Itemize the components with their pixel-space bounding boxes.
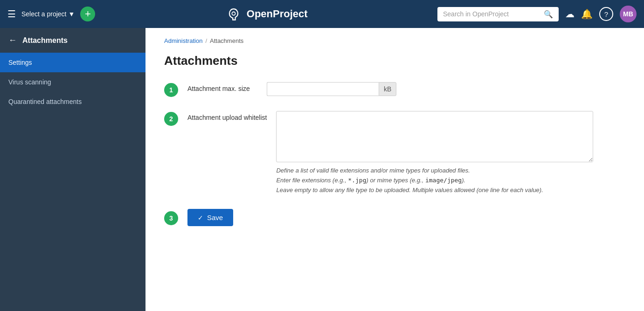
breadcrumb-parent[interactable]: Administration [164,37,202,44]
attachment-whitelist-field-content: Define a list of valid file extensions a… [276,111,593,195]
attachment-max-size-label: Attachment max. size [187,82,257,92]
sidebar-title: Attachments [22,36,68,45]
add-project-button[interactable]: + [80,7,95,21]
attachment-max-size-input[interactable]: 256000 [267,82,379,96]
attachment-max-size-input-group: 256000 kB [267,82,396,96]
search-icon: 🔍 [544,10,553,19]
save-button-label: Save [207,214,223,221]
hamburger-icon[interactable]: ☰ [7,8,16,20]
step-2-badge: 2 [164,112,178,126]
page-title: Attachments [164,54,625,68]
project-selector[interactable]: Select a project ▼ [21,10,75,18]
attachment-max-size-unit: kB [379,82,396,96]
attachment-whitelist-row: 2 Attachment upload whitelist Define a l… [164,111,625,195]
save-check-icon: ✓ [198,214,203,221]
attachment-whitelist-label: Attachment upload whitelist [187,111,267,121]
breadcrumb-current: Attachments [210,37,243,44]
attachment-whitelist-hint: Define a list of valid file extensions a… [276,166,589,195]
sidebar-nav: Settings Virus scanning Quarantined atta… [0,53,145,111]
attachment-whitelist-textarea[interactable] [276,111,593,162]
sidebar-item-quarantined-attachments-label: Quarantined attachments [8,98,82,105]
hint-line-1: Define a list of valid file extensions a… [276,167,470,174]
hint-line-2: Enter file extensions (e.g., *.jpg) or m… [276,177,465,184]
step-1-badge: 1 [164,83,178,97]
sidebar-back-icon[interactable]: ← [8,35,17,45]
bell-icon[interactable]: 🔔 [581,8,593,20]
grid-icon[interactable]: ☁ [565,8,575,20]
search-bar[interactable]: 🔍 [437,7,559,21]
sidebar: ← Attachments Settings Virus scanning Qu… [0,28,145,311]
attachment-max-size-row: 1 Attachment max. size 256000 kB [164,82,625,97]
logo: OpenProject [225,6,308,22]
sidebar-item-virus-scanning-label: Virus scanning [8,78,51,86]
avatar-initials: MB [623,10,633,18]
save-row: 3 ✓ Save [164,209,625,226]
sidebar-item-settings[interactable]: Settings [0,53,145,72]
avatar[interactable]: MB [620,6,637,22]
help-icon[interactable]: ? [599,7,613,21]
sidebar-item-virus-scanning[interactable]: Virus scanning [0,72,145,92]
sidebar-item-settings-label: Settings [8,59,32,66]
hint-line-3: Leave empty to allow any file type to be… [276,187,543,194]
sidebar-header: ← Attachments [0,28,145,53]
project-selector-chevron-icon: ▼ [69,10,75,18]
openproject-logo-icon [225,6,242,22]
save-button[interactable]: ✓ Save [187,209,233,226]
breadcrumb-separator: / [205,37,207,44]
breadcrumb: Administration / Attachments [164,37,625,44]
search-input[interactable] [443,10,540,18]
logo-text: OpenProject [247,8,308,20]
step-3-badge: 3 [164,211,178,225]
main-content: Administration / Attachments Attachments… [145,28,644,311]
attachment-max-size-field-content: 256000 kB [267,82,396,96]
sidebar-item-quarantined-attachments[interactable]: Quarantined attachments [0,92,145,111]
project-selector-label: Select a project [21,10,67,18]
top-navigation: ☰ Select a project ▼ + OpenProject 🔍 ☁ 🔔… [0,0,644,28]
